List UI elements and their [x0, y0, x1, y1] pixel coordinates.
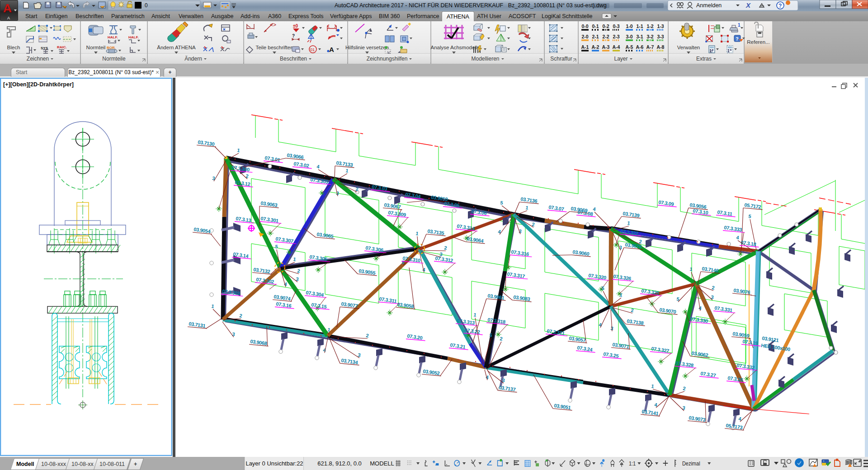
svg-text:?: ?	[292, 33, 295, 38]
svg-text:Ändern ATHENA: Ändern ATHENA	[157, 45, 196, 50]
svg-text:Blech: Blech	[7, 45, 20, 50]
svg-text:0: 0	[145, 2, 148, 9]
svg-text:3: 3	[212, 175, 216, 181]
svg-text:Analyse Achsmodell: Analyse Achsmodell	[431, 45, 477, 50]
svg-text:0-0: 0-0	[581, 24, 588, 29]
svg-text:2: 2	[366, 333, 369, 338]
svg-text:0-1: 0-1	[592, 24, 599, 29]
svg-text:01: 01	[310, 47, 315, 52]
svg-text:1-3: 1-3	[657, 24, 664, 29]
svg-text:1-1: 1-1	[636, 24, 643, 29]
svg-text:1-0: 1-0	[626, 24, 632, 29]
svg-text:0-3: 0-3	[613, 24, 619, 29]
svg-text:?: ?	[736, 36, 739, 42]
svg-text:1-2: 1-2	[646, 24, 653, 29]
svg-text:A-2: A-2	[592, 44, 599, 50]
svg-text:<>: <>	[270, 22, 276, 28]
svg-text:A-1: A-1	[581, 44, 589, 50]
svg-text:A: A	[7, 16, 10, 20]
svg-text:A: A	[3, 1, 12, 15]
svg-text:2: 2	[500, 336, 503, 342]
svg-text:X: X	[745, 1, 751, 9]
svg-text:4: 4	[316, 164, 321, 169]
svg-text:A: A	[329, 46, 334, 53]
svg-text:Verwalten: Verwalten	[677, 45, 700, 50]
svg-text:1: 1	[415, 230, 419, 236]
svg-text:A-7: A-7	[646, 44, 654, 50]
svg-text:2-3: 2-3	[613, 34, 619, 39]
svg-text:2-1: 2-1	[592, 34, 599, 39]
svg-text:±0: ±0	[293, 24, 298, 28]
svg-text:1: 1	[651, 383, 655, 389]
svg-text:1: 1	[619, 292, 623, 298]
svg-text:3: 3	[232, 331, 236, 337]
svg-text:3: 3	[682, 405, 686, 411]
svg-text:Normteil: Normteil	[86, 45, 106, 50]
svg-text:1: 1	[738, 23, 741, 28]
svg-text:Hilfslinie versetzen: Hilfslinie versetzen	[345, 45, 389, 50]
svg-text:1: 1	[345, 168, 349, 174]
svg-text:1: 1	[689, 266, 693, 272]
svg-text:1: 1	[473, 312, 477, 318]
svg-text:A-8: A-8	[657, 44, 665, 50]
svg-text:A-4: A-4	[613, 44, 620, 50]
svg-text:1: 1	[525, 205, 529, 211]
svg-text:Teile beschriften: Teile beschriften	[255, 45, 293, 50]
svg-text:A-3: A-3	[602, 44, 610, 50]
svg-text:?: ?	[778, 3, 782, 9]
svg-text:4: 4	[736, 235, 740, 240]
svg-text:2: 2	[712, 285, 715, 291]
svg-text:03.9121: 03.9121	[762, 335, 779, 343]
svg-text:0-2: 0-2	[602, 24, 609, 29]
svg-text:3-2: 3-2	[646, 34, 653, 39]
svg-text:1: 1	[211, 303, 215, 309]
svg-text:4: 4	[498, 229, 502, 235]
svg-text:HALF.: HALF.	[128, 35, 139, 39]
svg-text:2-0: 2-0	[581, 34, 588, 39]
svg-text:4: 4	[593, 206, 597, 212]
svg-text:0: 0	[711, 49, 713, 53]
svg-text:2: 2	[631, 307, 634, 313]
svg-text:3-0: 3-0	[626, 34, 632, 39]
svg-text:1:1: 1:1	[629, 460, 636, 466]
svg-text:1: 1	[237, 147, 241, 153]
svg-text:3-3: 3-3	[657, 34, 664, 39]
svg-text:5: 5	[500, 200, 504, 206]
svg-text:5: 5	[275, 244, 278, 249]
svg-text:1: 1	[627, 220, 631, 226]
svg-text:A-5: A-5	[626, 44, 633, 50]
svg-text:2: 2	[245, 173, 249, 179]
svg-text:3-1: 3-1	[636, 34, 643, 39]
svg-text:RAIC.: RAIC.	[57, 45, 67, 49]
svg-text:1: 1	[293, 256, 297, 262]
svg-text:2: 2	[297, 268, 301, 274]
svg-text:5: 5	[748, 213, 752, 219]
svg-text:2: 2	[683, 385, 686, 391]
svg-text:Anmelden: Anmelden	[696, 2, 722, 9]
svg-text:5: 5	[601, 285, 605, 291]
svg-text:2: 2	[444, 245, 448, 251]
svg-text:A-6: A-6	[636, 44, 644, 50]
svg-text:3: 3	[711, 294, 714, 300]
svg-text:Dezimal: Dezimal	[682, 460, 700, 466]
svg-text:HALF.: HALF.	[108, 35, 118, 39]
svg-text:2: 2	[239, 313, 243, 319]
svg-text:2-2: 2-2	[602, 34, 609, 39]
